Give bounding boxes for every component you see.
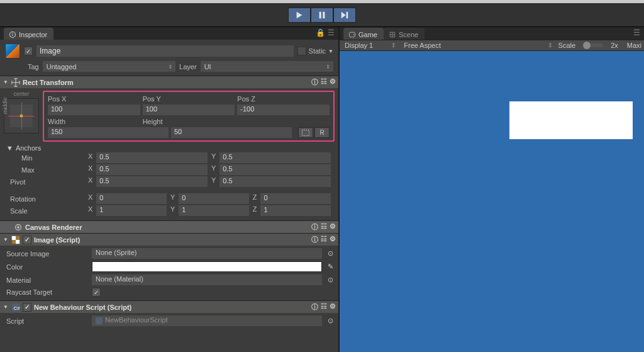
tab-inspector[interactable]: Inspector xyxy=(4,28,53,40)
svg-marker-3 xyxy=(341,11,346,18)
material-label: Material xyxy=(6,276,88,284)
posy-field[interactable]: 100 xyxy=(143,105,235,115)
scale-x[interactable]: 1 xyxy=(96,205,167,216)
script-field[interactable]: NewBehaviourScript xyxy=(92,315,322,326)
foldout-icon: ▼ xyxy=(3,79,9,85)
anchor-max-y[interactable]: 0.5 xyxy=(219,164,331,175)
scale-slider[interactable] xyxy=(583,43,603,47)
maximize-label[interactable]: Maxi xyxy=(627,42,641,49)
svg-rect-6 xyxy=(12,34,13,36)
zoom-value: 2x xyxy=(611,42,618,49)
play-button[interactable] xyxy=(288,8,311,23)
gear-icon[interactable]: ⚙ xyxy=(330,302,336,312)
foldout-icon: ▼ xyxy=(3,237,9,242)
aspect-dropdown[interactable]: Free Aspect‡ xyxy=(401,40,554,50)
posz-field[interactable]: -100 xyxy=(237,105,330,115)
tab-game[interactable]: Game xyxy=(343,28,384,40)
pivot-x[interactable]: 0.5 xyxy=(96,176,208,187)
active-checkbox[interactable]: ✓ xyxy=(24,47,33,55)
game-tab-icon xyxy=(348,31,356,38)
object-picker-icon[interactable]: ⊙ xyxy=(326,317,335,325)
game-view[interactable] xyxy=(340,51,644,352)
svg-point-7 xyxy=(12,33,13,34)
image-enabled-checkbox[interactable]: ✓ xyxy=(23,236,31,244)
lock-icon[interactable]: 🔒 xyxy=(316,28,325,37)
object-picker-icon[interactable]: ⊙ xyxy=(326,249,335,258)
raycast-checkbox[interactable]: ✓ xyxy=(92,288,101,297)
gear-icon[interactable]: ⚙ xyxy=(330,77,336,87)
behaviour-script-header[interactable]: ▼ C# ✓ New Behaviour Script (Script) ⓘ☷⚙ xyxy=(0,301,338,313)
source-image-label: Source Image xyxy=(6,250,88,258)
anchor-max-x[interactable]: 0.5 xyxy=(96,164,208,175)
tab-scene[interactable]: Scene xyxy=(384,28,425,40)
help-icon[interactable]: ⓘ xyxy=(311,235,318,244)
tab-label: Inspector xyxy=(19,31,47,38)
canvas-renderer-icon xyxy=(14,223,23,232)
image-script-header[interactable]: ▼ ✓ Image (Script) ⓘ☷⚙ xyxy=(0,234,338,246)
anchor-max-label: Max xyxy=(10,166,86,174)
eyedropper-icon[interactable]: ✎ xyxy=(326,263,335,271)
gear-icon[interactable]: ⚙ xyxy=(330,235,336,244)
static-dropdown-icon[interactable]: ▼ xyxy=(328,48,333,54)
preset-icon[interactable]: ☷ xyxy=(321,77,327,87)
rot-x[interactable]: 0 xyxy=(96,193,167,204)
posz-label: Pos Z xyxy=(237,94,330,103)
svg-point-16 xyxy=(353,34,355,35)
scale-y[interactable]: 1 xyxy=(179,205,249,216)
anchors-foldout-icon[interactable]: ▼ xyxy=(6,144,13,152)
svg-point-9 xyxy=(16,224,21,230)
blueprint-mode-button[interactable] xyxy=(298,127,313,138)
dock-menu-icon[interactable]: ☰ xyxy=(633,28,640,37)
rendered-image-rect xyxy=(509,101,633,139)
tag-dropdown[interactable]: Untagged‡ xyxy=(43,61,175,72)
raw-edit-button[interactable]: R xyxy=(314,127,330,138)
svg-rect-11 xyxy=(12,236,19,243)
svg-point-5 xyxy=(10,31,16,37)
help-icon[interactable]: ⓘ xyxy=(311,222,318,232)
game-tabrow: Game Scene ☰ xyxy=(340,27,644,40)
canvas-renderer-header[interactable]: Canvas Renderer ⓘ☷⚙ xyxy=(0,221,338,233)
svg-rect-1 xyxy=(319,11,321,18)
csharp-script-icon: C# xyxy=(11,303,20,312)
play-controls xyxy=(288,8,356,23)
step-button[interactable] xyxy=(333,8,356,23)
material-field[interactable]: None (Material) xyxy=(92,275,322,285)
help-icon[interactable]: ⓘ xyxy=(311,77,318,87)
preset-icon[interactable]: ☷ xyxy=(321,302,327,312)
object-picker-icon[interactable]: ⊙ xyxy=(326,276,335,284)
rect-transform-title: Rect Transform xyxy=(23,79,74,86)
source-image-field[interactable]: None (Sprite) xyxy=(92,248,322,259)
info-icon xyxy=(9,31,16,38)
pause-button[interactable] xyxy=(311,8,333,23)
color-swatch[interactable] xyxy=(92,261,322,272)
preset-icon[interactable]: ☷ xyxy=(321,235,327,244)
inspector-tabrow: Inspector 🔒 ☰ xyxy=(0,27,338,40)
height-field[interactable]: 50 xyxy=(171,127,292,138)
scale-z[interactable]: 1 xyxy=(260,205,331,216)
posx-field[interactable]: 100 xyxy=(48,105,140,115)
layer-dropdown[interactable]: UI‡ xyxy=(201,61,333,72)
display-dropdown[interactable]: Display 1‡ xyxy=(342,40,397,50)
pivot-label: Pivot xyxy=(10,178,86,186)
anchor-preset[interactable]: center middle xyxy=(4,91,39,142)
dock-menu-icon[interactable]: ☰ xyxy=(328,28,335,37)
pivot-y[interactable]: 0.5 xyxy=(219,176,331,187)
script-enabled-checkbox[interactable]: ✓ xyxy=(23,303,31,312)
rect-transform-header[interactable]: ▼ Rect Transform ⓘ ☷ ⚙ xyxy=(0,76,338,88)
preset-icon[interactable]: ☷ xyxy=(321,222,327,232)
rotation-label: Rotation xyxy=(10,195,86,203)
svg-rect-8 xyxy=(303,130,309,135)
anchor-min-y[interactable]: 0.5 xyxy=(219,152,331,163)
anchor-min-x[interactable]: 0.5 xyxy=(96,152,208,163)
object-name-field[interactable]: Image xyxy=(36,45,294,57)
static-label: Static xyxy=(309,47,326,55)
rot-z[interactable]: 0 xyxy=(260,193,331,204)
static-checkbox[interactable] xyxy=(297,47,306,55)
width-field[interactable]: 150 xyxy=(48,127,169,138)
rot-y[interactable]: 0 xyxy=(179,193,249,204)
anchor-min-label: Min xyxy=(10,154,86,162)
script-value: NewBehaviourScript xyxy=(105,316,168,324)
gear-icon[interactable]: ⚙ xyxy=(330,222,336,232)
anchor-middle-label: middle xyxy=(2,97,8,114)
help-icon[interactable]: ⓘ xyxy=(311,302,318,312)
